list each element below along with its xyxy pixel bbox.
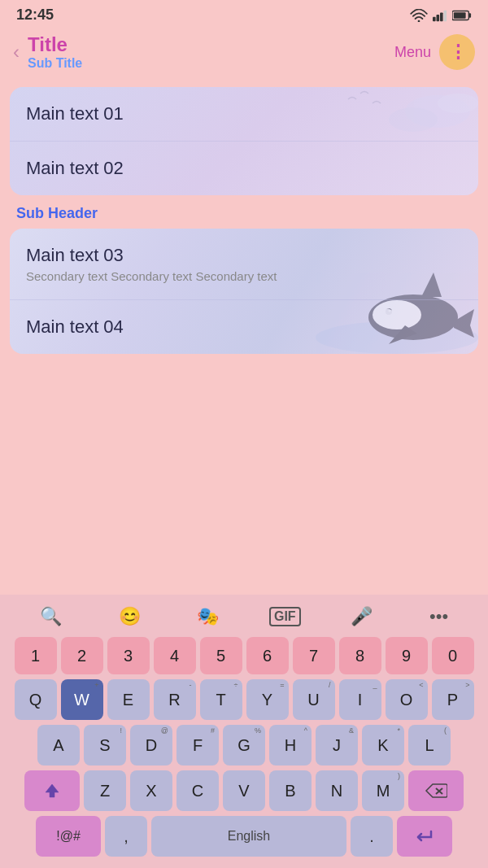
svg-rect-7 [454,12,466,18]
back-button[interactable]: ‹ [13,42,20,62]
list-item-2[interactable]: Main text 02 [10,142,478,195]
list-item-3[interactable]: Main text 03 Secondary text Secondary te… [10,229,478,300]
comma-key[interactable]: , [105,816,147,857]
search-toolbar-btn[interactable]: 🔍 [33,603,68,630]
space-key[interactable]: English [151,816,346,857]
more-toolbar-btn[interactable]: ••• [423,603,455,630]
key-8[interactable]: 8 [339,637,381,674]
key-h[interactable]: H^ [269,725,312,765]
menu-label[interactable]: Menu [394,44,431,61]
sub-header: Sub Header [10,197,478,229]
enter-icon [413,827,436,845]
key-i[interactable]: I_ [339,679,381,720]
key-t[interactable]: T÷ [200,679,242,720]
sticker-toolbar-btn[interactable]: 🎭 [190,603,225,630]
key-r[interactable]: R- [154,679,196,720]
bottom-row: !@# , English . [3,816,485,857]
key-k[interactable]: K* [362,725,404,765]
key-l[interactable]: L( [408,725,451,765]
key-q[interactable]: Q [15,679,57,720]
key-0[interactable]: 0 [432,637,474,674]
key-u[interactable]: U/ [293,679,335,720]
key-a[interactable]: A [37,725,80,765]
keyboard-toolbar: 🔍 😊 🎭 GIF 🎤 ••• [3,600,485,637]
key-3[interactable]: 3 [107,637,150,674]
list-card-2: Main text 03 Secondary text Secondary te… [10,229,478,354]
key-x[interactable]: X [130,770,172,811]
key-1[interactable]: 1 [15,637,57,674]
emoji-toolbar-btn[interactable]: 😊 [112,603,147,630]
main-text-4: Main text 04 [26,316,462,338]
app-bar: ‹ Title Sub Title Menu ⋮ [0,27,488,81]
wifi-icon [410,9,428,22]
delete-key[interactable] [408,770,464,811]
number-row: 1 2 3 4 5 6 7 8 9 0 [3,637,485,674]
key-o[interactable]: O< [386,679,428,720]
more-dots-icon: ⋮ [449,43,466,61]
key-b[interactable]: B [269,770,312,811]
secondary-text-3: Secondary text Secondary text Secondary … [26,269,462,283]
signal-icon [433,9,447,22]
app-bar-actions: Menu ⋮ [394,34,475,70]
key-4[interactable]: 4 [154,637,196,674]
key-w[interactable]: W+ [61,679,103,720]
key-2[interactable]: 2 [61,637,103,674]
more-button[interactable]: ⋮ [439,34,475,70]
content-area: Main text 01 Main text 02 Sub Header [0,81,488,362]
status-icons [410,9,472,22]
period-key[interactable]: . [351,816,393,857]
svg-rect-4 [444,10,447,21]
zxcv-row: Z X C V B N M) [3,770,485,811]
key-y[interactable]: Y= [246,679,289,720]
mic-toolbar-btn[interactable]: 🎤 [344,603,379,630]
key-p[interactable]: P> [432,679,474,720]
app-title: Title [28,33,394,56]
svg-rect-1 [433,16,436,20]
shift-icon [42,781,62,800]
list-card-1: Main text 01 Main text 02 [10,87,478,195]
status-bar: 12:45 [0,0,488,27]
key-c[interactable]: C [176,770,219,811]
main-text-2: Main text 02 [26,158,462,179]
enter-key[interactable] [397,816,452,857]
backspace-icon [425,782,447,800]
key-5[interactable]: 5 [200,637,242,674]
main-text-1: Main text 01 [26,103,462,124]
key-s[interactable]: S! [84,725,126,765]
shift-key[interactable] [24,770,80,811]
svg-rect-2 [437,15,440,21]
status-time: 12:45 [16,7,54,24]
key-f[interactable]: F# [176,725,219,765]
asdf-row: A S! D@ F# G% H^ J& K* L( [3,725,485,765]
key-n[interactable]: N [316,770,358,811]
key-6[interactable]: 6 [246,637,289,674]
key-j[interactable]: J& [316,725,358,765]
key-z[interactable]: Z [84,770,126,811]
key-7[interactable]: 7 [293,637,335,674]
key-v[interactable]: V [223,770,265,811]
app-bar-titles: Title Sub Title [28,33,394,71]
key-9[interactable]: 9 [386,637,428,674]
key-g[interactable]: G% [223,725,265,765]
list-item-1[interactable]: Main text 01 [10,87,478,142]
battery-icon [452,9,472,22]
symbol-key[interactable]: !@# [36,816,101,857]
list-item-4[interactable]: Main text 04 [10,300,478,354]
key-m[interactable]: M) [362,770,404,811]
key-e[interactable]: E [107,679,150,720]
keyboard: 🔍 😊 🎭 GIF 🎤 ••• 1 2 3 4 5 6 7 8 9 0 Q W+… [0,595,488,868]
svg-rect-3 [440,12,443,21]
svg-point-0 [418,20,420,21]
gif-toolbar-btn[interactable]: GIF [269,607,301,626]
svg-rect-6 [468,13,471,18]
qwerty-row: Q W+ E R- T÷ Y= U/ I_ O< P> [3,679,485,720]
app-subtitle: Sub Title [28,56,394,71]
main-text-3: Main text 03 [26,245,462,266]
key-d[interactable]: D@ [130,725,172,765]
